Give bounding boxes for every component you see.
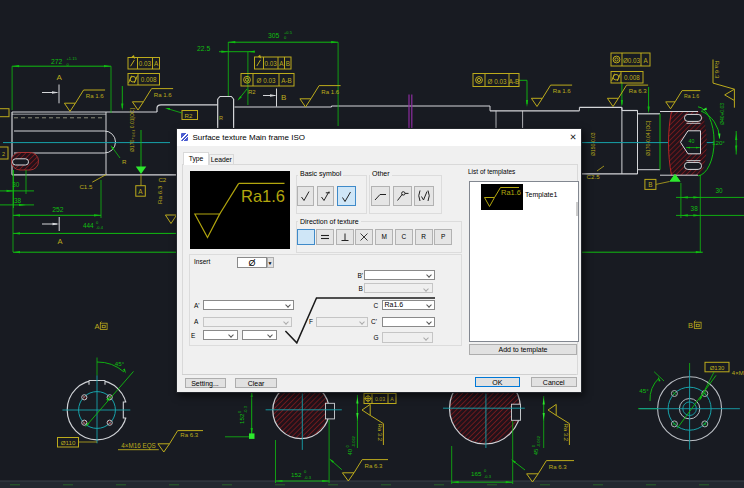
svg-text:Ra 6.3: Ra 6.3	[714, 61, 721, 80]
svg-text:-0.3: -0.3	[243, 405, 248, 413]
svg-text:Ra 1.6: Ra 1.6	[154, 91, 173, 98]
svg-text:A: A	[57, 73, 63, 82]
svg-text:R: R	[122, 158, 127, 165]
svg-text:-0.062: -0.062	[537, 435, 542, 447]
svg-text:Ra 6.3: Ra 6.3	[549, 463, 568, 470]
svg-text:A: A	[95, 322, 100, 331]
svg-text:45°: 45°	[115, 360, 125, 367]
svg-text:165: 165	[471, 470, 482, 477]
svg-text:B: B	[281, 93, 286, 102]
svg-text:Ra 6.3: Ra 6.3	[156, 185, 163, 204]
svg-text:C2: C2	[158, 176, 166, 183]
svg-text:A: A	[138, 188, 143, 195]
svg-text:+0.5: +0.5	[284, 30, 293, 35]
svg-text:+1.15: +1.15	[67, 56, 78, 61]
svg-text:0.03: 0.03	[139, 60, 152, 67]
svg-text:A: A	[57, 237, 62, 246]
svg-text:Ra 3.2: Ra 3.2	[377, 424, 383, 442]
svg-text:305: 305	[268, 32, 280, 39]
svg-text:-0.3: -0.3	[484, 474, 492, 479]
svg-text:Ø110: Ø110	[61, 439, 76, 446]
svg-text:2: 2	[2, 151, 5, 157]
svg-text:0.008: 0.008	[141, 76, 157, 83]
svg-text:A: A	[390, 396, 394, 402]
svg-text:Ø170-0.04 [OC]: Ø170-0.04 [OC]	[645, 120, 651, 156]
svg-text:45: 45	[533, 448, 539, 455]
svg-text:Ra1.6: Ra1.6	[241, 187, 285, 205]
svg-text:R2: R2	[185, 112, 193, 119]
svg-text:Ra 6.3: Ra 6.3	[365, 462, 384, 469]
svg-text:Ra 6.3: Ra 6.3	[180, 431, 199, 438]
svg-text:38: 38	[14, 197, 22, 204]
svg-text:120°: 120°	[712, 139, 725, 146]
svg-text:B: B	[286, 60, 290, 67]
svg-text:38: 38	[691, 205, 699, 212]
svg-text:0.03: 0.03	[265, 60, 278, 67]
svg-text:Ra1.6: Ra1.6	[501, 188, 521, 197]
svg-text:40: 40	[347, 448, 353, 455]
svg-text:444: 444	[83, 222, 94, 229]
svg-text:0.008: 0.008	[624, 74, 640, 81]
svg-text:Ra 6.3: Ra 6.3	[629, 87, 648, 94]
svg-text:R: R	[219, 115, 223, 121]
svg-text:4×M: 4×M	[732, 370, 744, 376]
svg-text:0.03: 0.03	[375, 396, 385, 402]
svg-text:Ø130: Ø130	[710, 365, 725, 371]
svg-text:B: B	[688, 321, 693, 330]
svg-text:45°: 45°	[639, 387, 649, 394]
svg-text:22.5: 22.5	[197, 45, 210, 52]
svg-text:40: 40	[689, 138, 695, 144]
svg-text:Ra 1.6: Ra 1.6	[86, 92, 105, 99]
svg-text:C1.5: C1.5	[79, 183, 93, 190]
svg-text:252: 252	[52, 206, 64, 213]
svg-text:Ra 1.6: Ra 1.6	[553, 87, 572, 94]
svg-text:Ø40+0.03: Ø40+0.03	[719, 103, 725, 125]
svg-text:-0.3: -0.3	[304, 475, 312, 480]
svg-text:-0.4: -0.4	[96, 225, 104, 230]
svg-text:4×M16 EQS: 4×M16 EQS	[121, 442, 155, 450]
svg-text:Ø150-0.03: Ø150-0.03	[590, 132, 596, 156]
svg-text:272: 272	[51, 58, 63, 65]
svg-text:C2.5: C2.5	[587, 173, 601, 180]
svg-text:-0.062: -0.062	[351, 435, 356, 447]
svg-text:Ra 1.6: Ra 1.6	[321, 88, 340, 95]
svg-text:A-B: A-B	[509, 78, 520, 85]
svg-text:A-B: A-B	[281, 77, 292, 84]
svg-text:R2: R2	[248, 89, 256, 95]
svg-text:Ø0.03: Ø0.03	[623, 57, 641, 64]
svg-text:30: 30	[716, 187, 724, 194]
svg-text:Ø 0.03: Ø 0.03	[257, 77, 276, 84]
svg-text:152: 152	[291, 471, 302, 478]
svg-text:Ra 1.6: Ra 1.6	[684, 93, 699, 99]
svg-text:B: B	[648, 181, 652, 188]
svg-text:152: 152	[238, 413, 245, 424]
svg-text:Ø 0.03: Ø 0.03	[488, 78, 507, 85]
svg-text:Ra 3.2: Ra 3.2	[563, 424, 569, 442]
svg-text:Ø170₊₄.₀₄ 0.01[OC]: Ø170₊₄.₀₄ 0.01[OC]	[129, 108, 135, 152]
